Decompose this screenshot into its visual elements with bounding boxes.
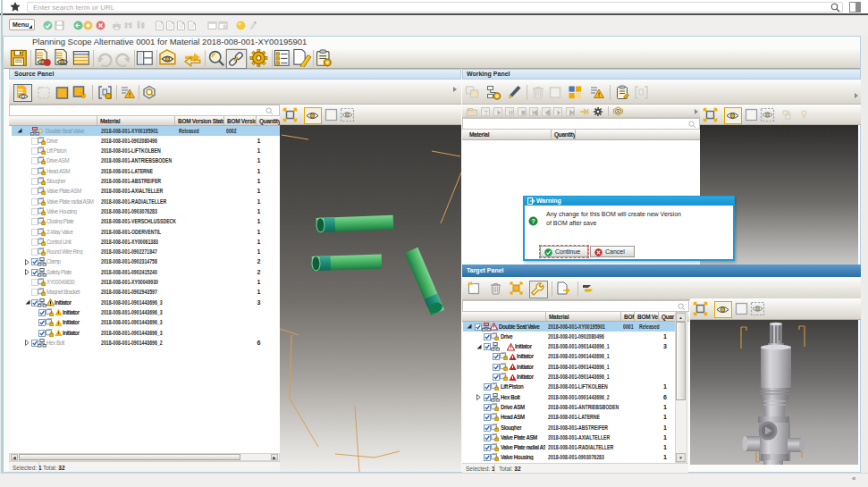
svg-text:T: T: [485, 109, 489, 115]
svg-text:?: ?: [531, 217, 535, 225]
